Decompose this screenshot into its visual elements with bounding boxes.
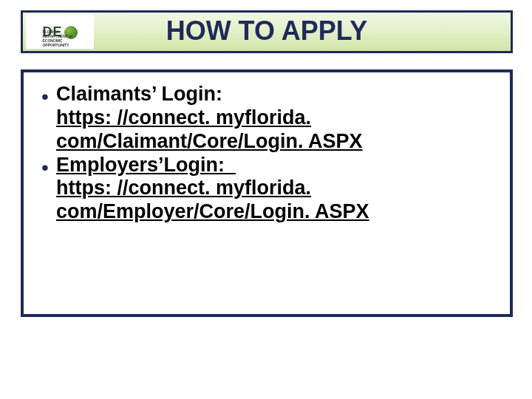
employers-login-link[interactable]: https: //connect. myflorida. com/Employe… xyxy=(56,177,369,222)
bullet-content: Claimants’ Login: https: //connect. myfl… xyxy=(56,83,497,154)
slide: DE FLORIDA DEPARTMENT of ECONOMIC OPPORT… xyxy=(0,0,532,399)
page-title: HOW TO APPLY xyxy=(23,16,511,47)
content-box: • Claimants’ Login: https: //connect. my… xyxy=(21,69,513,317)
bullet-label: Employers’Login: xyxy=(56,154,225,176)
list-item: • Claimants’ Login: https: //connect. my… xyxy=(34,83,497,154)
list-item: • Employers’Login: https: //connect. myf… xyxy=(34,154,497,225)
trailing-space xyxy=(225,154,236,176)
bullet-icon: • xyxy=(34,83,56,154)
bullet-content: Employers’Login: https: //connect. myflo… xyxy=(56,154,497,225)
bullet-label: Claimants’ Login: xyxy=(56,83,222,105)
claimants-login-link[interactable]: https: //connect. myflorida. com/Claiman… xyxy=(56,106,363,152)
bullet-icon: • xyxy=(34,154,56,225)
title-bar: DE FLORIDA DEPARTMENT of ECONOMIC OPPORT… xyxy=(21,10,513,53)
